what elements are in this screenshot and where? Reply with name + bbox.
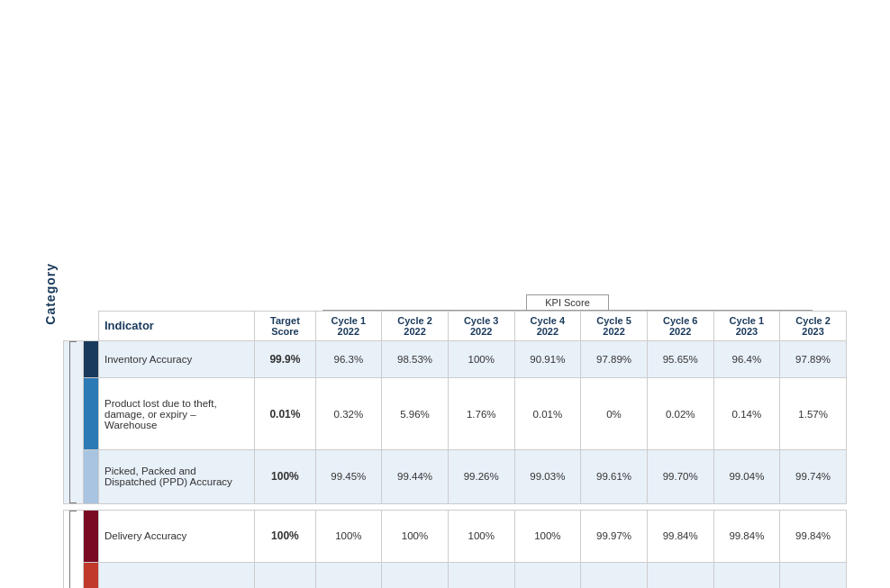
val-d0-6: 99.84% <box>713 510 780 563</box>
target-product-loss-transit: 0.01% <box>255 563 315 588</box>
color-bar-d2 <box>83 563 98 588</box>
val-w2-1: 99.44% <box>382 450 449 503</box>
val-d1-5: 0% <box>647 563 713 588</box>
val-w1-6: 0.14% <box>713 377 780 450</box>
outer-container: Category KPI Score <box>43 263 847 325</box>
val-w2-7: 99.74% <box>780 450 847 503</box>
target-inventory-accuracy: 99.9% <box>255 340 315 377</box>
val-w1-2: 1.76% <box>448 377 514 450</box>
page-wrapper: Category KPI Score <box>0 0 890 588</box>
val-w0-1: 98.53% <box>382 340 449 377</box>
val-d0-4: 99.97% <box>581 510 648 563</box>
val-w1-5: 0.02% <box>647 377 713 450</box>
target-ppd: 100% <box>255 450 315 503</box>
val-w1-4: 0% <box>581 377 648 450</box>
col-header-indicator: Indicator <box>98 311 254 340</box>
val-w1-0: 0.32% <box>315 377 382 450</box>
color-bar-w2 <box>83 377 98 450</box>
val-d0-7: 99.84% <box>780 510 847 563</box>
header-row: Indicator Target Score Cycle 1 2022 Cycl… <box>64 311 847 340</box>
val-w0-2: 100% <box>448 340 514 377</box>
val-d0-1: 100% <box>382 510 449 563</box>
val-w2-6: 99.04% <box>713 450 780 503</box>
table-row: Picked, Packed and Dispatched (PPD) Accu… <box>64 450 847 503</box>
col-header-c2-2023: Cycle 2 2023 <box>780 311 847 340</box>
val-d0-3: 100% <box>514 510 581 563</box>
val-w2-0: 99.45% <box>315 450 382 503</box>
val-w0-0: 96.3% <box>315 340 382 377</box>
val-d0-2: 100% <box>448 510 514 563</box>
col-header-c1-2023: Cycle 1 2023 <box>713 311 780 340</box>
val-w1-7: 1.57% <box>780 377 847 450</box>
val-w2-4: 99.61% <box>581 450 648 503</box>
val-d1-1: 0% <box>382 563 449 588</box>
table-row: Product lost due to theft, damage, or ex… <box>64 377 847 450</box>
indicator-ppd: Picked, Packed and Dispatched (PPD) Accu… <box>98 450 254 503</box>
col-header-c4-2022: Cycle 4 2022 <box>514 311 581 340</box>
table-row: Inventory Accuracy 99.9% 96.3% 98.53% 10… <box>64 340 847 377</box>
val-w0-4: 97.89% <box>581 340 648 377</box>
target-delivery-accuracy: 100% <box>255 510 315 563</box>
target-product-lost: 0.01% <box>255 377 315 450</box>
val-w0-5: 95.65% <box>647 340 713 377</box>
indicator-delivery-accuracy: Delivery Accuracy <box>98 510 254 563</box>
table-row: Product Loss (damage, theft) In – Transi… <box>64 563 847 588</box>
kpi-table: Indicator Target Score Cycle 1 2022 Cycl… <box>63 311 847 589</box>
col-header-c3-2022: Cycle 3 2022 <box>448 311 514 340</box>
col-header-c5-2022: Cycle 5 2022 <box>581 311 648 340</box>
val-d1-6: 0% <box>713 563 780 588</box>
separator-row <box>64 503 847 510</box>
val-w2-3: 99.03% <box>514 450 581 503</box>
indicator-inventory-accuracy: Inventory Accuracy <box>98 340 254 377</box>
val-d0-5: 99.84% <box>647 510 713 563</box>
val-w2-2: 99.26% <box>448 450 514 503</box>
category-label: Category <box>43 263 58 325</box>
col-header-c2-2022: Cycle 2 2022 <box>382 311 449 340</box>
val-d1-3: 0% <box>514 563 581 588</box>
indicator-product-lost: Product lost due to theft, damage, or ex… <box>98 377 254 450</box>
indicator-product-loss-transit: Product Loss (damage, theft) In – Transi… <box>98 563 254 588</box>
col-header-c1-2022: Cycle 1 2022 <box>315 311 382 340</box>
val-w0-3: 90.91% <box>514 340 581 377</box>
val-d1-4: 0% <box>581 563 648 588</box>
val-w0-7: 97.89% <box>780 340 847 377</box>
val-d1-7: 0% <box>780 563 847 588</box>
val-d1-0: 0% <box>315 563 382 588</box>
table-row: Delivery Accuracy 100% 100% 100% 100% 10… <box>64 510 847 563</box>
kpi-score-label: KPI Score <box>526 294 609 310</box>
color-bar-d1 <box>83 510 98 563</box>
val-d1-2: 0% <box>448 563 514 588</box>
color-bar-w3 <box>83 450 98 503</box>
color-bar-w1 <box>83 340 98 377</box>
val-w1-3: 0.01% <box>514 377 581 450</box>
val-w0-6: 96.4% <box>713 340 780 377</box>
col-header-c6-2022: Cycle 6 2022 <box>647 311 713 340</box>
col-header-target: Target Score <box>255 311 315 340</box>
val-w1-1: 5.96% <box>382 377 449 450</box>
val-w2-5: 99.70% <box>647 450 713 503</box>
val-d0-0: 100% <box>315 510 382 563</box>
